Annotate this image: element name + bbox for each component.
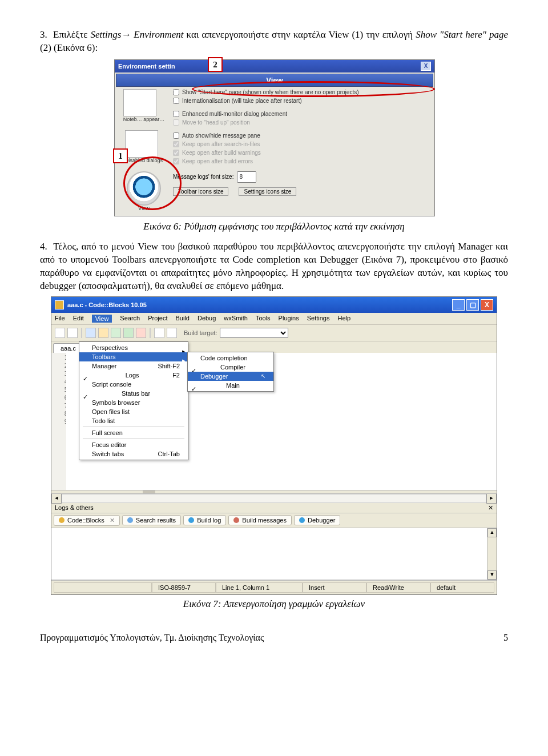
menu-file[interactable]: File: [55, 315, 65, 323]
mi-todo-list[interactable]: Todo list: [79, 416, 188, 425]
tab-toolbar-icons-size[interactable]: Toolbar icons size: [173, 187, 228, 196]
toolbar-icon[interactable]: [167, 328, 177, 338]
tab-settings-icons-size[interactable]: Settings icons size: [239, 187, 296, 196]
dialog-titlebar: Environment settin X: [115, 60, 434, 73]
mi-status-bar[interactable]: Status bar: [79, 389, 188, 398]
build-target-select[interactable]: [220, 328, 288, 338]
close-icon[interactable]: ✕: [110, 517, 115, 524]
toolbars-submenu[interactable]: Code completion Compiler Debugger↖ Main: [187, 352, 274, 392]
mi-open-files-list[interactable]: Open files list: [79, 407, 188, 416]
view-menu-dropdown[interactable]: Perspectives Toolbars ManagerShift-F2 Lo…: [79, 341, 188, 460]
scroll-up-icon[interactable]: ▲: [487, 528, 497, 537]
notebook-appearance-icon[interactable]: [123, 89, 156, 116]
statusbar: ISO-8859-7 Line 1, Column 1 Insert Read/…: [51, 580, 497, 594]
red-oval-view-icon: [123, 156, 182, 210]
page-footer: Προγραμματισμός Υπολογιστών, Τμ. Διοίκησ…: [40, 633, 508, 643]
instruction-3: 3. Επιλέξτε Settings→ Environment και απ…: [40, 29, 508, 55]
mi-focus-editor[interactable]: Focus editor: [79, 440, 188, 449]
chk-headup: Move to "head up" position: [173, 119, 431, 126]
toolbar-icon[interactable]: [154, 328, 164, 338]
mi-manager[interactable]: ManagerShift-F2: [79, 361, 188, 371]
chk-keep-search: Keep open after search-in-files: [173, 141, 431, 147]
red-oval-top: [192, 81, 435, 97]
chk-multimonitor[interactable]: Enhanced multi-monitor dialog placement: [173, 111, 431, 117]
logs-title: Logs & others: [55, 504, 94, 512]
sm-main[interactable]: Main: [188, 381, 273, 390]
log-tabs[interactable]: Code::Blocks✕ Search results Build log B…: [51, 513, 497, 528]
menu-debug[interactable]: Debug: [198, 315, 216, 323]
toolbar-icon[interactable]: [86, 328, 96, 338]
callout-2: 2: [208, 57, 223, 72]
status-readwrite: Read/Write: [366, 582, 430, 593]
log-output[interactable]: ▲ ▼: [51, 528, 497, 580]
font-size-row: Message logs' font size:: [173, 171, 431, 183]
mi-script-console[interactable]: Script console: [79, 380, 188, 389]
menu-project[interactable]: Project: [148, 315, 167, 323]
toolbar-icon[interactable]: [111, 328, 121, 338]
menu-edit[interactable]: Edit: [73, 315, 84, 323]
toolbar-icon[interactable]: [136, 328, 146, 338]
caption-6: Εικόνα 6: Ρύθμιση εμφάνισης του περιβάλλ…: [40, 221, 508, 232]
status-encoding: ISO-8859-7: [152, 582, 216, 593]
screenshot-environment-settings: 2 1 Environment settin X View Noteb… app…: [114, 59, 434, 216]
toolbar[interactable]: Build target:: [51, 325, 497, 341]
menu-plugins[interactable]: Plugins: [279, 315, 299, 323]
menu-view[interactable]: View: [92, 315, 112, 323]
menu-help[interactable]: Help: [337, 315, 350, 323]
mi-full-screen[interactable]: Full screen: [79, 428, 188, 437]
mi-switch-tabs[interactable]: Switch tabsCtrl-Tab: [79, 449, 188, 459]
maximize-button[interactable]: ▢: [466, 299, 479, 311]
toolbar-icon[interactable]: [123, 328, 134, 338]
splitter[interactable]: [51, 490, 497, 494]
item3-number: 3.: [40, 29, 50, 42]
menu-search[interactable]: Search: [120, 315, 140, 323]
item3-a: Επιλέξτε: [53, 29, 90, 40]
scroll-left-icon[interactable]: ◄: [51, 493, 62, 504]
toolbar-icon[interactable]: [67, 328, 78, 338]
mi-toolbars[interactable]: Toolbars: [79, 352, 188, 361]
close-button[interactable]: X: [481, 299, 493, 311]
mi-logs[interactable]: LogsF2: [79, 371, 188, 380]
logtab-search-results[interactable]: Search results: [122, 515, 181, 525]
logs-close-icon[interactable]: ✕: [488, 504, 493, 512]
font-size-input[interactable]: [237, 171, 256, 183]
item4-text: Τέλος, από το μενού View του βασικού παρ…: [40, 241, 508, 291]
toolbar-icon[interactable]: [98, 328, 108, 338]
app-title: aaa.c - Code::Blocks 10.05: [67, 301, 147, 308]
menu-tools[interactable]: Tools: [256, 315, 271, 323]
editor-area: aaa.c 1 2 3 4 5 6 7 8 9 Perspectives Too…: [51, 341, 497, 490]
menu-build[interactable]: Build: [175, 315, 189, 323]
status-empty: [54, 582, 152, 593]
minimize-button[interactable]: _: [452, 299, 465, 311]
menubar[interactable]: File Edit View Search Project Build Debu…: [51, 313, 497, 325]
sm-debugger[interactable]: Debugger↖: [188, 372, 273, 381]
h-scrollbar[interactable]: ◄ ►: [51, 494, 497, 503]
v-scrollbar[interactable]: ▲ ▼: [487, 528, 497, 580]
disabled-dialogs-icon[interactable]: [125, 130, 158, 158]
toolbar-icon[interactable]: [55, 328, 65, 338]
logtab-build-messages[interactable]: Build messages: [228, 515, 292, 525]
sm-code-completion[interactable]: Code completion: [188, 353, 273, 363]
mi-perspectives[interactable]: Perspectives: [79, 343, 188, 352]
noteb-label: Noteb… appear…: [123, 116, 165, 122]
app-icon: [55, 300, 64, 309]
menu-settings[interactable]: Settings: [307, 315, 330, 323]
status-position: Line 1, Column 1: [216, 582, 303, 593]
logtab-build-log[interactable]: Build log: [183, 515, 226, 525]
scroll-right-icon[interactable]: ►: [486, 493, 497, 504]
footer-left: Προγραμματισμός Υπολογιστών, Τμ. Διοίκησ…: [40, 633, 264, 643]
close-icon[interactable]: X: [421, 62, 431, 71]
sm-compiler[interactable]: Compiler: [188, 363, 273, 372]
screenshot-codeblocks-main: aaa.c - Code::Blocks 10.05 _ ▢ X File Ed…: [51, 296, 497, 595]
logtab-codeblocks[interactable]: Code::Blocks✕: [54, 515, 120, 526]
chk-autohide-msgpane[interactable]: Auto show/hide message pane: [173, 132, 431, 139]
mi-symbols-browser[interactable]: Symbols browser: [79, 398, 188, 407]
menu-wxsmith[interactable]: wxSmith: [224, 315, 248, 323]
instruction-4: 4. Τέλος, από το μενού View του βασικού …: [40, 240, 508, 293]
chk-internationalisation[interactable]: Internationalisation (will take place af…: [173, 98, 431, 104]
status-default: default: [430, 582, 494, 593]
logtab-debugger[interactable]: Debugger: [294, 515, 340, 525]
scroll-down-icon[interactable]: ▼: [487, 570, 497, 580]
build-target-label: Build target:: [184, 329, 217, 336]
item3-b: Settings→ Environment: [91, 29, 184, 40]
